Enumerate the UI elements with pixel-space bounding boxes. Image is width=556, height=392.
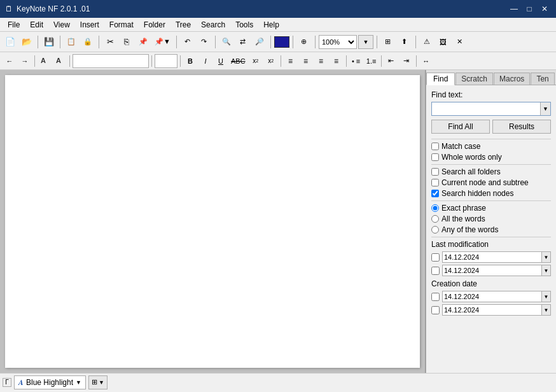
- superscript-button[interactable]: x2: [249, 54, 263, 68]
- align-justify-button[interactable]: ≡: [330, 54, 344, 68]
- close-note-button[interactable]: ✕: [452, 34, 468, 50]
- cut-button[interactable]: ✂: [102, 34, 118, 50]
- find-all-button[interactable]: Find All: [431, 120, 490, 134]
- find-replace-button[interactable]: ⇄: [235, 34, 251, 50]
- highlight-button[interactable]: 𝑨 Blue Highlight ▼: [14, 375, 86, 389]
- minimize-button[interactable]: —: [508, 3, 520, 15]
- menubar: File Edit View Insert Format Folder Tree…: [0, 18, 556, 32]
- template-button[interactable]: ⊞: [380, 34, 396, 50]
- align-right-button[interactable]: ≡: [314, 54, 328, 68]
- search-hidden-row: Search hidden nodes: [431, 189, 551, 198]
- search-all-folders-checkbox[interactable]: [431, 168, 439, 176]
- find-text-input[interactable]: [432, 102, 540, 115]
- tab-ten[interactable]: Ten: [531, 73, 554, 85]
- status-indicator: Γ: [3, 378, 11, 387]
- nav-fwd-button[interactable]: →: [18, 54, 32, 68]
- search-all-folders-row: Search all folders: [431, 167, 551, 176]
- cd1-date-dropdown[interactable]: ▼: [541, 291, 550, 302]
- font-size-input[interactable]: [155, 54, 177, 68]
- menu-edit[interactable]: Edit: [25, 19, 48, 31]
- menu-format[interactable]: Format: [104, 19, 139, 31]
- copy-button[interactable]: ⎘: [119, 34, 134, 50]
- menu-help[interactable]: Help: [258, 19, 284, 31]
- cd2-date-dropdown[interactable]: ▼: [541, 305, 550, 315]
- any-words-radio[interactable]: [431, 226, 439, 234]
- paste-special-button[interactable]: 📌▼: [152, 34, 173, 50]
- paste-button[interactable]: 📌: [136, 34, 151, 50]
- lm1-date-dropdown[interactable]: ▼: [541, 252, 550, 262]
- tab-macros[interactable]: Macros: [494, 73, 530, 85]
- align-center-button[interactable]: ≡: [299, 54, 313, 68]
- undo-button[interactable]: ↶: [180, 34, 195, 50]
- number-list-button[interactable]: 1.≡: [365, 54, 379, 68]
- menu-search[interactable]: Search: [196, 19, 230, 31]
- menu-tools[interactable]: Tools: [230, 19, 258, 31]
- cd2-date-input[interactable]: [443, 305, 541, 315]
- lm2-date-dropdown[interactable]: ▼: [541, 265, 550, 276]
- font-color-button[interactable]: A: [53, 54, 67, 68]
- strikethrough-button[interactable]: ABC: [229, 54, 247, 68]
- lm2-date-input[interactable]: [443, 265, 541, 276]
- editor-area[interactable]: [0, 70, 426, 373]
- sep9: [377, 36, 377, 48]
- menu-file[interactable]: File: [3, 19, 25, 31]
- indent-button[interactable]: ⇥: [400, 54, 414, 68]
- menu-insert[interactable]: Insert: [75, 19, 104, 31]
- zoom-button[interactable]: 🔎: [252, 34, 267, 50]
- maximize-button[interactable]: □: [523, 3, 536, 15]
- current-node-checkbox[interactable]: [431, 179, 439, 186]
- menu-folder[interactable]: Folder: [139, 19, 170, 31]
- open-button[interactable]: 📂: [19, 34, 34, 50]
- editor-paper[interactable]: [5, 75, 420, 368]
- lm2-checkbox[interactable]: [431, 267, 440, 275]
- menu-view[interactable]: View: [48, 19, 75, 31]
- exact-phrase-row: Exact phrase: [431, 204, 551, 213]
- alarm-button[interactable]: ⚠: [419, 34, 434, 50]
- menu-tree[interactable]: Tree: [170, 19, 196, 31]
- bold-button[interactable]: B: [183, 54, 197, 68]
- underline-button[interactable]: U: [214, 54, 228, 68]
- align-left-button[interactable]: ≡: [284, 54, 298, 68]
- nav-back-button[interactable]: ←: [3, 54, 17, 68]
- search-hidden-checkbox[interactable]: [431, 190, 439, 197]
- tab-scratch[interactable]: Scratch: [455, 73, 493, 85]
- highlight-color-button[interactable]: A: [38, 54, 52, 68]
- close-button[interactable]: ✕: [538, 3, 551, 15]
- redo-button[interactable]: ↷: [197, 34, 212, 50]
- outdent-button[interactable]: ⇤: [384, 54, 398, 68]
- cd1-date-input[interactable]: [443, 291, 541, 302]
- whole-words-label: Whole words only: [441, 153, 502, 162]
- add-node-button[interactable]: ⊕: [296, 34, 312, 50]
- find-button[interactable]: 🔍: [219, 34, 234, 50]
- whole-words-row: Whole words only: [431, 153, 551, 162]
- lm1-date-input[interactable]: [443, 252, 541, 262]
- new-button[interactable]: 📄: [3, 34, 18, 50]
- exact-phrase-radio[interactable]: [431, 204, 439, 212]
- match-case-checkbox[interactable]: [431, 143, 439, 150]
- subscript-button[interactable]: x2: [264, 54, 278, 68]
- node-props-button[interactable]: 📋: [64, 34, 79, 50]
- save-button[interactable]: 💾: [41, 34, 57, 50]
- zoom-dropdown-button[interactable]: ▼: [358, 35, 373, 49]
- results-button[interactable]: Results: [492, 120, 551, 134]
- tab-find[interactable]: Find: [426, 73, 455, 85]
- rtl-button[interactable]: ↔: [419, 54, 433, 68]
- sep2: [60, 36, 60, 48]
- image-button[interactable]: 🖼: [436, 34, 451, 50]
- italic-button[interactable]: I: [198, 54, 212, 68]
- encrypt-button[interactable]: 🔒: [80, 34, 95, 50]
- bullet-list-button[interactable]: • ≡: [349, 54, 363, 68]
- cd1-checkbox[interactable]: [431, 293, 440, 301]
- zoom-select[interactable]: 100% 75% 125% 150%: [319, 35, 357, 49]
- find-text-dropdown[interactable]: ▼: [540, 102, 550, 115]
- color-square-button[interactable]: [274, 36, 289, 48]
- options-button[interactable]: ⊞ ▼: [88, 375, 108, 389]
- font-name-input[interactable]: [73, 54, 149, 68]
- exact-phrase-label: Exact phrase: [441, 204, 486, 213]
- all-words-radio[interactable]: [431, 215, 439, 223]
- lm1-checkbox[interactable]: [431, 253, 440, 262]
- cd2-checkbox[interactable]: [431, 306, 440, 314]
- export-button[interactable]: ⬆: [397, 34, 412, 50]
- whole-words-checkbox[interactable]: [431, 153, 439, 161]
- current-node-row: Current node and subtree: [431, 178, 551, 187]
